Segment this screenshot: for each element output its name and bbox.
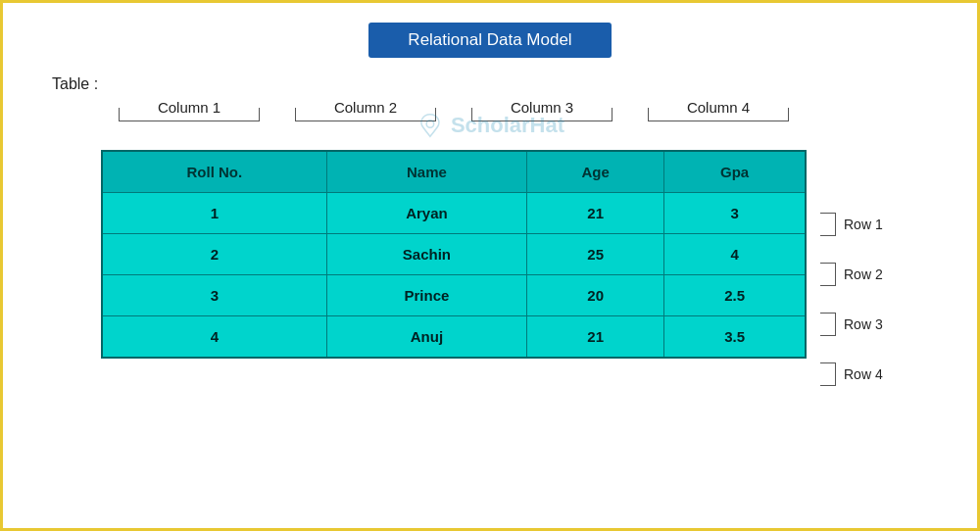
cell-r3-c1: Anuj <box>326 316 526 359</box>
cell-r1-c3: 4 <box>664 234 806 275</box>
header-roll-no: Roll No. <box>102 151 326 193</box>
page-title: Relational Data Model <box>368 23 611 58</box>
column-label-3: Column 3 <box>454 99 630 121</box>
row-label-text-1: Row 1 <box>844 217 883 232</box>
cell-r2-c2: 20 <box>527 275 664 316</box>
row-label-4: Row 4 <box>820 349 883 399</box>
table-row: 4Anuj213.5 <box>102 316 806 359</box>
column-labels-wrapper: Column 1 Column 2 Column 3 Column 4 <box>101 99 938 150</box>
column-label-1: Column 1 <box>101 99 277 121</box>
row-label-3: Row 3 <box>820 299 883 349</box>
header-age: Age <box>527 151 664 193</box>
table-row: 3Prince202.5 <box>102 275 806 316</box>
column-label-2: Column 2 <box>277 99 454 121</box>
row-label-text-3: Row 3 <box>844 316 883 332</box>
header-gpa: Gpa <box>664 151 806 193</box>
row-label-1: Row 1 <box>820 199 883 249</box>
row-label-text-4: Row 4 <box>844 366 883 382</box>
row-label-2: Row 2 <box>820 249 883 299</box>
cell-r0-c1: Aryan <box>326 193 526 234</box>
title-bar: Relational Data Model <box>42 23 938 58</box>
page-container: Relational Data Model Table : Column 1 C… <box>3 3 977 528</box>
cell-r0-c3: 3 <box>664 193 806 234</box>
cell-r0-c0: 1 <box>102 193 326 234</box>
table-label: Table : <box>52 75 938 93</box>
data-table-wrapper: Roll No. Name Age Gpa 1Aryan2132Sachin25… <box>101 150 807 359</box>
cell-r1-c2: 25 <box>527 234 664 275</box>
cell-r2-c1: Prince <box>326 275 526 316</box>
table-row: 2Sachin254 <box>102 234 806 275</box>
row-labels-side: Row 1Row 2Row 3Row 4 <box>820 199 883 399</box>
table-row: 1Aryan213 <box>102 193 806 234</box>
table-section: Roll No. Name Age Gpa 1Aryan2132Sachin25… <box>42 150 938 399</box>
column-label-4: Column 4 <box>630 99 807 121</box>
header-name: Name <box>326 151 526 193</box>
row-label-text-2: Row 2 <box>844 266 883 282</box>
cell-r3-c3: 3.5 <box>664 316 806 359</box>
data-table: Roll No. Name Age Gpa 1Aryan2132Sachin25… <box>101 150 807 359</box>
cell-r0-c2: 21 <box>527 193 664 234</box>
cell-r3-c2: 21 <box>527 316 664 359</box>
cell-r2-c3: 2.5 <box>664 275 806 316</box>
cell-r1-c0: 2 <box>102 234 326 275</box>
column-labels: Column 1 Column 2 Column 3 Column 4 <box>101 99 807 121</box>
cell-r1-c1: Sachin <box>326 234 526 275</box>
cell-r2-c0: 3 <box>102 275 326 316</box>
cell-r3-c0: 4 <box>102 316 326 359</box>
table-header-row: Roll No. Name Age Gpa <box>102 151 806 193</box>
